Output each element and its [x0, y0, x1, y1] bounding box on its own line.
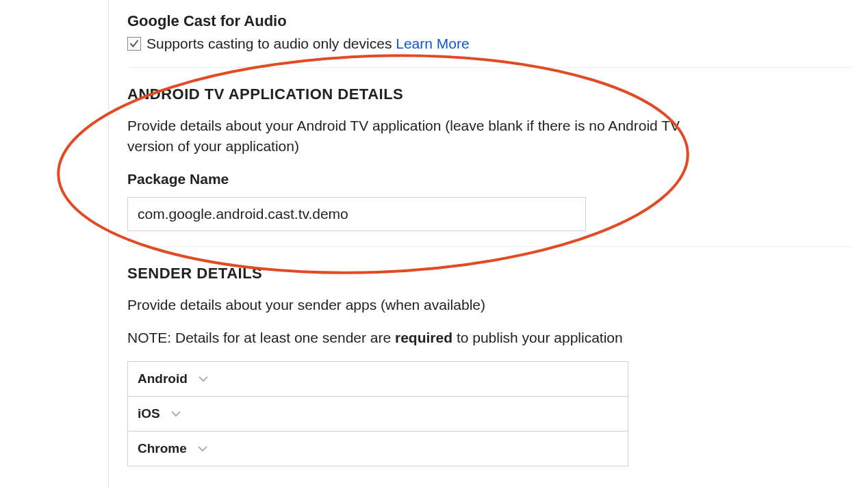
platform-list: Android iOS Chrome — [127, 361, 628, 466]
android-tv-description: Provide details about your Android TV ap… — [127, 116, 730, 157]
chevron-down-icon — [196, 445, 209, 453]
section-sender-details: SENDER DETAILS Provide details about you… — [127, 265, 853, 481]
cast-audio-title: Google Cast for Audio — [127, 12, 853, 30]
chevron-down-icon — [170, 410, 182, 418]
sender-heading: SENDER DETAILS — [127, 265, 853, 282]
platform-row-android[interactable]: Android — [128, 362, 628, 397]
sender-description: Provide details about your sender apps (… — [127, 295, 730, 315]
section-android-tv: ANDROID TV APPLICATION DETAILS Provide d… — [127, 85, 853, 247]
platform-row-chrome[interactable]: Chrome — [128, 432, 628, 466]
learn-more-link[interactable]: Learn More — [396, 36, 469, 51]
package-name-label: Package Name — [127, 171, 853, 187]
platform-row-ios[interactable]: iOS — [128, 397, 628, 432]
cast-audio-checkbox-label: Supports casting to audio only devices — [146, 36, 396, 51]
sender-note-strong: required — [395, 330, 452, 345]
sender-note-suffix: to publish your application — [452, 330, 623, 345]
package-name-input[interactable] — [127, 197, 586, 231]
cast-audio-checkbox-row: Supports casting to audio only devices L… — [127, 36, 853, 52]
sender-note-prefix: NOTE: Details for at least one sender ar… — [127, 330, 395, 345]
cast-audio-checkbox[interactable] — [127, 37, 141, 51]
platform-label: iOS — [138, 406, 160, 421]
platform-label: Android — [138, 371, 188, 386]
platform-label: Chrome — [138, 441, 187, 456]
left-divider — [108, 0, 109, 488]
android-tv-heading: ANDROID TV APPLICATION DETAILS — [127, 85, 853, 103]
section-cast-audio: Google Cast for Audio Supports casting t… — [127, 12, 853, 68]
chevron-down-icon — [197, 375, 209, 383]
sender-note: NOTE: Details for at least one sender ar… — [127, 328, 853, 348]
check-icon — [129, 39, 139, 49]
